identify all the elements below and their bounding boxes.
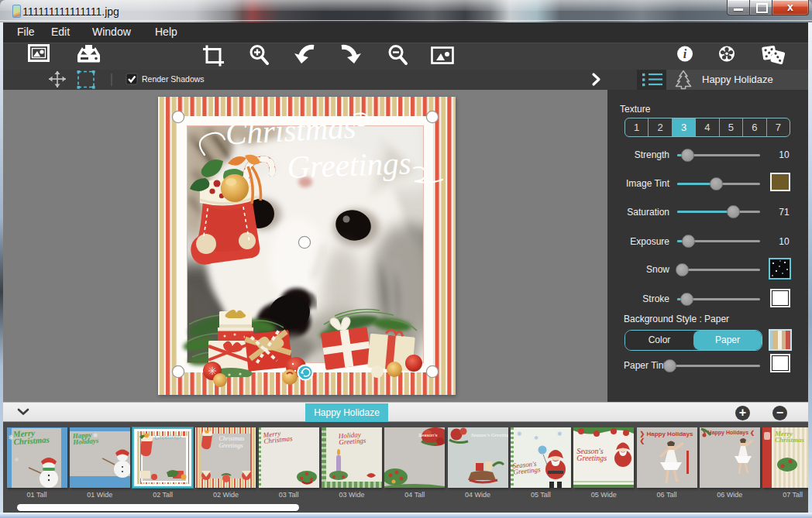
svg-text:Season's: Season's: [418, 433, 438, 437]
svg-text:Happy Holidaze: Happy Holidaze: [702, 74, 773, 85]
svg-text:Season's Greetings: Season's Greetings: [471, 432, 508, 438]
svg-text:Render Shadows: Render Shadows: [142, 74, 205, 84]
svg-text:i: i: [683, 47, 687, 60]
svg-text:Greetings: Greetings: [287, 145, 412, 185]
svg-text:Christmas: Christmas: [225, 109, 357, 152]
